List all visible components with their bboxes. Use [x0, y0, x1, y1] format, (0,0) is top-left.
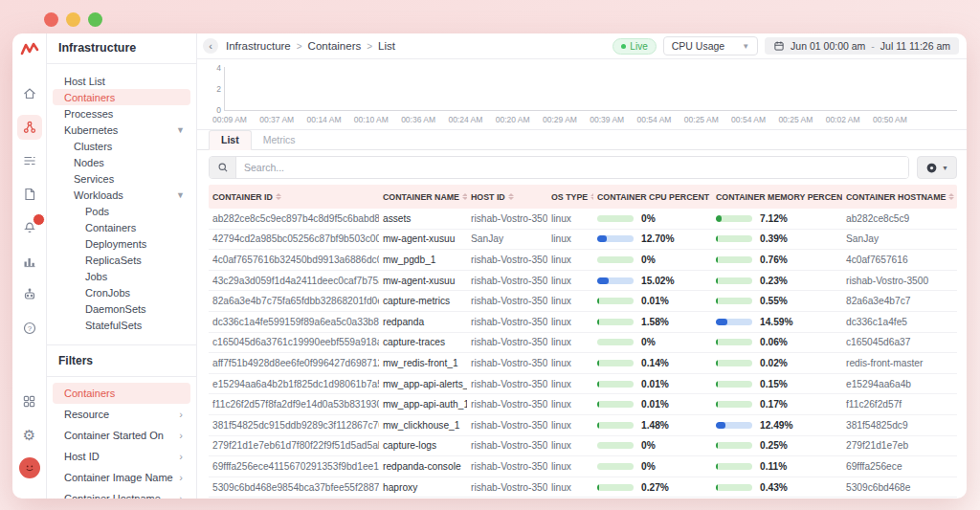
- column-header-container-name[interactable]: CONTAINER NAME: [379, 192, 467, 202]
- memory-percent-bar-fill: [716, 298, 718, 304]
- sidebar-item-cronjobs-13[interactable]: CronJobs: [53, 284, 190, 300]
- table-row-11[interactable]: 279f21d1e7eb61d7f80f22f9f51d5ad5ab319…ca…: [209, 436, 957, 457]
- breadcrumb-item-containers[interactable]: Containers: [308, 40, 362, 52]
- column-header-container-id[interactable]: CONTAINER ID: [209, 192, 379, 202]
- memory-percent-bar: [716, 360, 752, 366]
- sidebar-item-pods-8[interactable]: Pods: [53, 203, 190, 219]
- column-header-container-cpu-percent[interactable]: CONTAINER CPU PERCENT: [593, 192, 712, 202]
- os-type-cell: linux: [547, 276, 593, 286]
- column-header-container-memory-percent[interactable]: CONTAINER MEMORY PERCENT: [712, 192, 842, 202]
- chevron-down-icon: ▼: [742, 42, 749, 51]
- settings-gear-icon[interactable]: ⚙: [17, 422, 42, 447]
- sidebar-item-jobs-12[interactable]: Jobs: [53, 268, 190, 284]
- column-header-label: CONTAINER ID: [212, 192, 273, 202]
- sidebar-item-label: ReplicaSets: [85, 255, 142, 266]
- cpu-percent-cell: 0%: [593, 255, 712, 265]
- search-icon: [210, 157, 236, 178]
- cpu-percent-cell: 0.01%: [593, 399, 712, 410]
- home-icon[interactable]: [17, 81, 42, 106]
- table-row-12[interactable]: 69fffa256ece4115670291353f9bd1ee1804…red…: [209, 456, 957, 477]
- sidebar-item-host-list-0[interactable]: Host List: [53, 73, 190, 89]
- cpu-percent-cell: 0.01%: [593, 379, 712, 389]
- sidebar-item-services-6[interactable]: Services: [53, 170, 190, 187]
- search-input[interactable]: [236, 157, 908, 178]
- sidebar-item-kubernetes-3[interactable]: Kubernetes▼: [53, 122, 190, 138]
- alerts-bell-icon[interactable]: [17, 215, 42, 240]
- filter-item-container-started-on[interactable]: Container Started On›: [53, 425, 190, 446]
- memory-percent-cell: 0.76%: [712, 255, 842, 265]
- date-range-picker[interactable]: Jun 01 00:00 am - Jul 11 11:26 am: [765, 37, 959, 55]
- table-row-5[interactable]: dc336c1a4fe599159f89a6ea5c0a33b819a…redp…: [209, 312, 957, 333]
- tab-metrics[interactable]: Metrics: [252, 131, 307, 149]
- breadcrumb: Infrastructure>Containers>List: [226, 40, 395, 52]
- table-row-2[interactable]: 4c0af7657616b32450bd9913a6886dc023…mw_pg…: [209, 250, 957, 271]
- filter-item-resource[interactable]: Resource›: [53, 404, 190, 425]
- breadcrumb-item-list[interactable]: List: [378, 40, 395, 52]
- memory-percent-bar-fill: [716, 277, 718, 284]
- table-row-6[interactable]: c165045d6a3761c19990eebf559a918abb1…capt…: [209, 333, 957, 354]
- sidebar-item-replicasets-11[interactable]: ReplicaSets: [53, 252, 190, 268]
- window-controls: [44, 12, 102, 27]
- sidebar-item-deployments-10[interactable]: Deployments: [53, 235, 190, 252]
- sort-icon[interactable]: [276, 193, 281, 200]
- table-row-3[interactable]: 43c29a3d059f1d4a2411deec0caf7b75a00…mw-a…: [209, 271, 957, 292]
- filter-item-containers[interactable]: Containers: [53, 383, 190, 404]
- x-axis-tick-label: 00:14 AM: [307, 115, 342, 124]
- memory-percent-bar-fill: [716, 442, 718, 449]
- user-avatar[interactable]: [17, 455, 42, 480]
- memory-percent-bar: [716, 215, 752, 222]
- table-settings-button[interactable]: ▼: [917, 156, 957, 179]
- sort-icon[interactable]: [948, 193, 954, 200]
- table-row-13[interactable]: 5309c6bd468e9854bca37bfee55f2887fe9…hapr…: [209, 477, 957, 499]
- filter-item-container-hostname[interactable]: Container Hostname›: [53, 488, 190, 499]
- container-hostname-cell: 381f54825dc9: [842, 420, 957, 431]
- zoom-window-button[interactable]: [88, 12, 102, 27]
- sidebar-item-workloads-7[interactable]: Workloads▼: [53, 187, 190, 203]
- assistant-bot-icon[interactable]: [17, 282, 42, 307]
- metric-select[interactable]: CPU Usage ▼: [663, 36, 758, 55]
- x-axis-labels: 00:09 AM00:37 AM00:14 AM00:10 AM00:36 AM…: [212, 111, 957, 124]
- help-icon[interactable]: ?: [17, 316, 42, 341]
- live-badge[interactable]: Live: [612, 38, 656, 55]
- breadcrumb-item-infrastructure[interactable]: Infrastructure: [226, 40, 291, 52]
- back-button[interactable]: ‹: [203, 38, 218, 54]
- sidebar-item-daemonsets-14[interactable]: DaemonSets: [53, 300, 190, 317]
- sidebar-item-processes-2[interactable]: Processes: [53, 105, 190, 122]
- column-header-host-id[interactable]: HOST ID: [467, 192, 547, 202]
- table-row-4[interactable]: 82a6a3e4b7c75fa65fdbb32868201fd0eccf…cap…: [209, 291, 957, 312]
- sidebar-item-containers-1[interactable]: Containers: [53, 89, 190, 105]
- dashboards-icon[interactable]: [17, 249, 42, 274]
- table-row-7[interactable]: aff7f51b4928d8ee6fe0f996427d698712c4…mw_…: [209, 353, 957, 374]
- filter-item-container-image-name[interactable]: Container Image Name›: [53, 467, 190, 488]
- cpu-percent-bar-fill: [597, 360, 599, 366]
- x-axis-tick-label: 00:25 AM: [684, 115, 719, 124]
- infrastructure-icon[interactable]: [17, 115, 42, 140]
- metric-select-value: CPU Usage: [672, 40, 724, 52]
- column-header-os-type[interactable]: OS TYPE: [547, 192, 593, 202]
- container-hostname-cell: 82a6a3e4b7c7: [842, 296, 957, 306]
- table-row-8[interactable]: e15294aa6a4b2b1f825dc1d98061b7a5e7c…mw_a…: [209, 374, 957, 395]
- container-id-cell: 5309c6bd468e9854bca37bfee55f2887fe9…: [209, 482, 379, 493]
- close-window-button[interactable]: [44, 12, 58, 27]
- apps-grid-icon[interactable]: [17, 388, 42, 413]
- table-row-9[interactable]: f11c26f2d57f8fa2df9e14d0a53b831930fc3…mw…: [209, 394, 957, 415]
- sidebar-item-containers-9[interactable]: Containers: [53, 219, 190, 235]
- sidebar-item-nodes-5[interactable]: Nodes: [53, 154, 190, 170]
- tab-list[interactable]: List: [209, 130, 252, 150]
- column-header-container-hostname[interactable]: CONTAINER HOSTNAME: [842, 192, 957, 202]
- minimize-window-button[interactable]: [66, 12, 80, 27]
- sidebar-item-statefulsets-15[interactable]: StatefulSets: [53, 317, 190, 333]
- cpu-percent-cell: 12.70%: [593, 233, 712, 244]
- chart-plot-area[interactable]: [224, 67, 957, 111]
- reports-icon[interactable]: [17, 182, 42, 207]
- filter-item-host-id[interactable]: Host ID›: [53, 446, 190, 467]
- logs-icon[interactable]: [17, 148, 42, 173]
- host-id-cell: rishab-Vostro-3500: [467, 317, 547, 327]
- sidebar-item-clusters-4[interactable]: Clusters: [53, 138, 190, 154]
- sort-icon[interactable]: [508, 193, 514, 200]
- column-header-label: CONTAINER MEMORY PERCENT: [716, 192, 842, 202]
- middleware-logo-icon[interactable]: [20, 41, 39, 60]
- table-row-1[interactable]: 42794cd2a985bc05256c87bf9b503c00ad…mw-ag…: [209, 230, 957, 251]
- table-row-0[interactable]: ab282ce8c5c9ec897b4c8d9f5c6babd8ff6…asse…: [209, 209, 957, 230]
- table-row-10[interactable]: 381f54825dc915ddb9289c3f112867c705d…mw_c…: [209, 415, 957, 436]
